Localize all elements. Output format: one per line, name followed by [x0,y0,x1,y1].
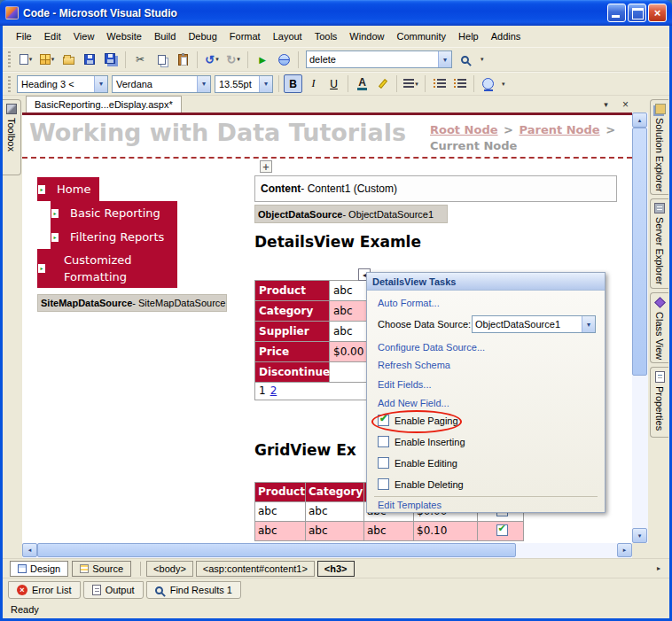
toolbar-overflow-button[interactable]: ▾ [481,56,484,63]
maximize-button[interactable] [628,4,646,22]
hyperlink-button[interactable] [479,74,497,93]
document-tab[interactable]: BasicReporting...eDisplay.aspx* [26,96,182,113]
toolbar-overflow-button[interactable]: ▾ [502,81,505,88]
breadcrumb-parent-link[interactable]: Parent Node [520,123,600,136]
tag-nav-forward-button[interactable]: ▸ [653,563,664,574]
horizontal-scrollbar[interactable]: ◂ ▸ [22,543,632,558]
menu-community[interactable]: Community [390,27,452,45]
italic-button[interactable]: I [304,74,323,93]
nav-item-basic-reporting[interactable]: ▸ Basic Reporting [51,201,177,225]
sitemapdatasource-control[interactable]: SiteMapDataSource - SiteMapDataSource1 [37,294,227,312]
source-view-button[interactable]: Source [72,561,131,577]
save-all-button[interactable] [101,50,121,69]
enable-editing-option[interactable]: ✔ Enable Editing [378,457,457,469]
refresh-schema-link[interactable]: Refresh Schema [378,360,450,370]
detailsview-control[interactable]: Productabc Categoryabc Supplierabc Price… [254,280,371,400]
tag-aspcontent-button[interactable]: <asp:content#content1> [196,561,315,577]
enable-inserting-option[interactable]: ✔ Enable Inserting [378,436,465,447]
font-name-combobox[interactable]: Verdana ▾ [112,75,211,93]
design-view-button[interactable]: Design [10,561,68,577]
error-list-tab[interactable]: × Error List [8,581,81,599]
configure-data-source-link[interactable]: Configure Data Source... [378,342,485,353]
enable-paging-option[interactable]: ✔ Enable Paging [378,415,458,426]
close-button[interactable]: × [648,4,667,22]
browse-button[interactable] [274,50,293,69]
move-handle-icon[interactable]: + [260,160,272,173]
scroll-left-button[interactable]: ◂ [22,543,37,557]
align-button[interactable]: ▾ [402,74,420,93]
nav-item-home[interactable]: ▸ Home [37,177,99,201]
output-tab[interactable]: Output [83,581,144,599]
scroll-up-button[interactable]: ▴ [632,113,647,128]
class-view-tab[interactable]: Class View [650,292,668,363]
bullet-list-button[interactable] [450,74,469,93]
menu-website[interactable]: Website [100,27,148,45]
objectdatasource-control[interactable]: ObjectDataSource - ObjectDataSource1 [254,205,448,223]
titlebar[interactable]: Code - Microsoft Visual Studio × [0,0,672,26]
chevron-down-icon[interactable]: ▾ [197,76,210,92]
add-item-button[interactable]: ▾ [37,50,57,69]
scroll-down-button[interactable]: ▾ [632,528,647,543]
highlight-button[interactable] [373,74,392,93]
font-color-button[interactable]: A [353,74,371,93]
toolbar-grip[interactable] [8,76,11,92]
edit-templates-link[interactable]: Edit Templates [378,500,441,510]
copy-button[interactable] [152,50,171,69]
enable-deleting-option[interactable]: ✔ Enable Deleting [378,478,464,490]
menu-debug[interactable]: Debug [182,27,223,45]
content-placeholder-header[interactable]: Content - Content1 (Custom) [254,175,617,202]
chevron-down-icon[interactable]: ▾ [259,76,272,92]
menu-format[interactable]: Format [223,27,267,45]
nav-item-customized-formatting[interactable]: ▸ Customized Formatting [37,249,177,288]
menu-tools[interactable]: Tools [309,27,344,45]
save-button[interactable] [80,50,99,69]
menu-window[interactable]: Window [343,27,390,45]
vertical-scroll-thumb[interactable] [632,128,647,376]
menu-edit[interactable]: Edit [38,27,67,45]
edit-fields-link[interactable]: Edit Fields... [378,379,432,390]
tag-h3-button[interactable]: <h3> [317,561,355,577]
block-format-combobox[interactable]: Heading 3 < ▾ [17,75,108,93]
menu-file[interactable]: File [10,27,38,45]
new-file-button[interactable]: ▾ [16,50,35,69]
chevron-down-icon[interactable]: ▾ [94,76,107,92]
find-options-button[interactable] [457,50,476,69]
chevron-down-icon[interactable]: ▾ [438,51,451,67]
horizontal-scroll-thumb[interactable] [37,543,516,557]
menu-help[interactable]: Help [452,27,485,45]
enable-paging-checkbox[interactable]: ✔ [378,415,389,426]
toolbox-tab[interactable]: Toolbox [3,99,21,175]
numbered-list-button[interactable] [430,74,449,93]
redo-button[interactable]: ↻▾ [223,50,243,69]
data-source-combobox[interactable]: ObjectDataSource1 ▾ [472,315,596,333]
undo-button[interactable]: ↺▾ [202,50,222,69]
scroll-right-button[interactable]: ▸ [617,543,632,557]
add-new-field-link[interactable]: Add New Field... [378,398,449,408]
open-file-button[interactable] [59,50,78,69]
server-explorer-tab[interactable]: Server Explorer [650,198,668,289]
tasks-panel-title[interactable]: DetailsView Tasks [367,273,605,291]
breadcrumb-root-link[interactable]: Root Node [430,123,498,136]
bold-button[interactable]: B [284,74,302,93]
cut-button[interactable]: ✂ [130,50,150,69]
chevron-down-icon[interactable]: ▾ [582,316,595,332]
menu-view[interactable]: View [67,27,101,45]
menu-build[interactable]: Build [148,27,182,45]
start-debug-button[interactable]: ▶ [253,50,272,69]
enable-editing-checkbox[interactable]: ✔ [378,457,389,469]
find-combobox[interactable]: ▾ [306,50,452,68]
tab-list-button[interactable]: ▾ [599,97,613,111]
font-size-combobox[interactable]: 13.55pt ▾ [215,75,273,93]
minimize-button[interactable] [607,4,626,22]
menu-addins[interactable]: Addins [485,27,527,45]
properties-tab[interactable]: Properties [650,367,668,438]
solution-explorer-tab[interactable]: Solution Explorer [650,99,668,195]
underline-button[interactable]: U [324,74,343,93]
nav-item-filtering-reports[interactable]: ▸ Filtering Reports [51,225,177,249]
discontinued-checkbox[interactable]: ✔ [496,524,508,536]
tag-body-button[interactable]: <body> [146,561,193,577]
paste-button[interactable] [173,50,192,69]
find-results-tab[interactable]: Find Results 1 [146,581,241,599]
menu-layout[interactable]: Layout [267,27,309,45]
enable-inserting-checkbox[interactable]: ✔ [378,436,389,447]
